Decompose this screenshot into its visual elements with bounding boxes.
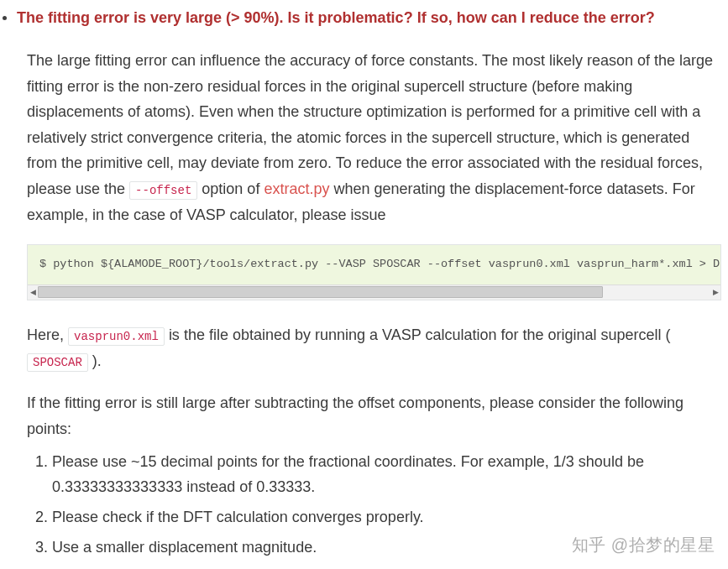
scrollbar-thumb[interactable] xyxy=(38,286,603,298)
horizontal-scrollbar[interactable]: ◀ ▶ xyxy=(28,284,720,300)
scroll-left-arrow-icon[interactable]: ◀ xyxy=(28,285,38,300)
sposcar-code: SPOSCAR xyxy=(27,353,88,372)
text-segment: is the file obtained by running a VASP c… xyxy=(169,326,671,343)
text-segment: The large fitting error can influence th… xyxy=(27,52,713,197)
scroll-right-arrow-icon[interactable]: ▶ xyxy=(710,285,720,300)
faq-answer-paragraph-3: If the fitting error is still large afte… xyxy=(27,390,721,441)
offset-flag-code: --offset xyxy=(129,181,197,200)
vasprun0-code: vasprun0.xml xyxy=(68,327,165,346)
faq-heading: The fitting error is very large (> 90%).… xyxy=(17,7,721,29)
faq-answer-paragraph-1: The large fitting error can influence th… xyxy=(27,48,721,227)
faq-answer-paragraph-2: Here, vasprun0.xml is the file obtained … xyxy=(27,322,721,373)
text-segment: Here, xyxy=(27,326,68,343)
tips-list: Please use ~15 decimal points for the fr… xyxy=(27,450,721,560)
command-example: $ python ${ALAMODE_ROOT}/tools/extract.p… xyxy=(28,245,720,284)
code-block-container: $ python ${ALAMODE_ROOT}/tools/extract.p… xyxy=(27,244,721,300)
scrollbar-track[interactable] xyxy=(38,285,710,300)
text-segment: ). xyxy=(92,352,102,369)
text-segment: option of xyxy=(202,180,264,197)
extract-py-link[interactable]: extract.py xyxy=(264,180,329,197)
list-item: Use a smaller displacement magnitude. xyxy=(52,535,721,561)
list-item: Please use ~15 decimal points for the fr… xyxy=(52,450,721,499)
list-item: Please check if the DFT calculation conv… xyxy=(52,505,721,530)
